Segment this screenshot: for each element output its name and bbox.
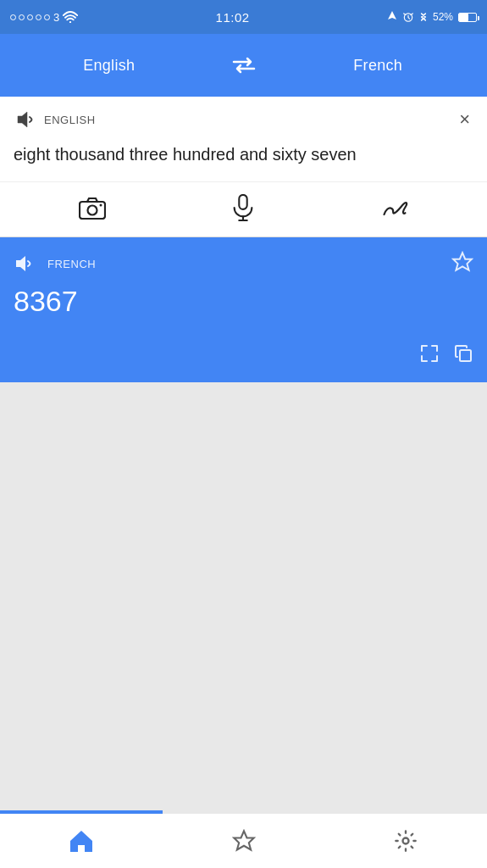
wifi-icon — [63, 11, 78, 23]
status-bar: 3 11:02 52% — [0, 0, 487, 34]
location-icon — [387, 11, 397, 23]
nav-settings-button[interactable] — [324, 814, 487, 868]
copy-icon — [453, 343, 473, 364]
svg-marker-2 — [18, 112, 27, 127]
swap-languages-button[interactable] — [219, 34, 269, 97]
svg-point-13 — [403, 838, 409, 844]
input-header: ENGLISH × — [0, 97, 487, 139]
handwrite-input-button[interactable] — [378, 191, 412, 225]
swap-icon — [232, 56, 256, 75]
dot5 — [44, 14, 50, 20]
svg-marker-9 — [16, 256, 25, 271]
camera-input-button[interactable] — [75, 191, 109, 225]
translation-result-text: 8367 — [14, 285, 473, 318]
battery-indicator — [458, 13, 477, 22]
svg-point-0 — [69, 21, 71, 23]
translation-section: FRENCH 8367 — [0, 237, 487, 382]
dot1 — [10, 14, 16, 20]
input-section: ENGLISH × eight thousand three hundred a… — [0, 97, 487, 237]
carrier-label: 3 — [53, 11, 59, 24]
svg-marker-12 — [234, 831, 253, 849]
signal-dots — [10, 14, 50, 20]
nav-home-button[interactable] — [0, 814, 163, 868]
speaker-white-icon — [14, 253, 34, 274]
input-language-name: ENGLISH — [44, 114, 96, 126]
clear-input-button[interactable]: × — [456, 105, 473, 134]
camera-icon — [79, 196, 106, 220]
svg-rect-11 — [460, 350, 471, 361]
favorite-button[interactable] — [451, 251, 473, 276]
expand-translation-button[interactable] — [419, 343, 440, 369]
svg-point-5 — [100, 204, 102, 207]
translation-lang-label: FRENCH — [14, 253, 96, 274]
status-left: 3 — [10, 11, 78, 24]
star-outline-icon — [451, 251, 473, 273]
status-time: 11:02 — [216, 10, 250, 25]
copy-translation-button[interactable] — [453, 343, 473, 369]
settings-icon — [394, 829, 418, 853]
translation-speaker-button[interactable] — [14, 253, 34, 274]
expand-icon — [419, 343, 440, 364]
dot3 — [27, 14, 33, 20]
translation-language-name: FRENCH — [47, 258, 96, 270]
svg-rect-6 — [240, 195, 247, 209]
main-content-area — [0, 382, 487, 713]
input-speaker-button[interactable] — [14, 108, 37, 131]
bluetooth-icon — [419, 11, 428, 23]
mic-input-button[interactable] — [226, 191, 260, 225]
status-right: 52% — [387, 11, 477, 23]
translation-header: FRENCH — [14, 251, 473, 276]
battery-percent: 52% — [433, 11, 453, 23]
favorites-star-icon — [232, 829, 256, 853]
input-text-display[interactable]: eight thousand three hundred and sixty s… — [0, 139, 487, 181]
target-language-button[interactable]: French — [269, 34, 488, 97]
home-icon — [69, 829, 94, 853]
dot2 — [19, 14, 25, 20]
bottom-navigation — [0, 814, 487, 868]
speaker-icon — [15, 109, 36, 130]
input-lang-label: ENGLISH — [14, 108, 96, 131]
mic-icon — [232, 194, 254, 221]
source-language-button[interactable]: English — [0, 34, 219, 97]
translation-footer — [14, 343, 473, 369]
nav-favorites-button[interactable] — [163, 814, 325, 868]
handwrite-icon — [381, 195, 408, 220]
input-tools — [0, 181, 487, 236]
dot4 — [36, 14, 42, 20]
svg-marker-10 — [453, 253, 472, 270]
svg-point-4 — [88, 206, 97, 215]
alarm-icon — [402, 11, 414, 23]
language-bar: English French — [0, 34, 487, 97]
